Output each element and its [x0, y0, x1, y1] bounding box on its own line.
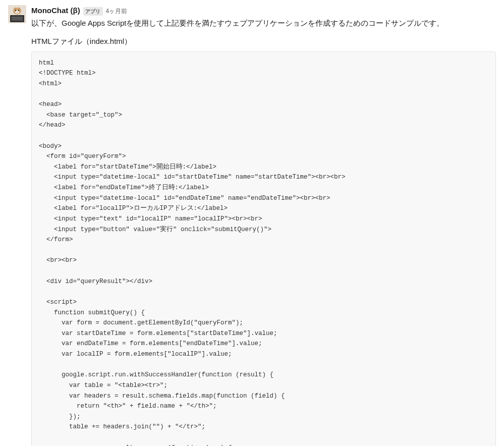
svg-point-7	[15, 10, 16, 11]
svg-point-8	[18, 10, 19, 11]
app-badge: アプリ	[83, 7, 103, 16]
message-intro-text: 以下が、Google Apps Scriptを使用して上記要件を満たすウェブアプ…	[31, 18, 496, 29]
timestamp[interactable]: 4ヶ月前	[106, 7, 128, 16]
message-container: MonoChat (β) アプリ 4ヶ月前 以下が、Google Apps Sc…	[8, 5, 496, 446]
section-title: HTMLファイル（index.html）	[31, 36, 496, 47]
svg-rect-4	[12, 19, 22, 20]
avatar-icon	[8, 5, 26, 23]
svg-rect-3	[12, 17, 22, 18]
message-header: MonoChat (β) アプリ 4ヶ月前	[31, 5, 496, 17]
username[interactable]: MonoChat (β)	[31, 5, 80, 17]
message-body: MonoChat (β) アプリ 4ヶ月前 以下が、Google Apps Sc…	[31, 5, 496, 446]
code-block[interactable]: html <!DOCTYPE html> <html> <head> <base…	[31, 51, 496, 447]
avatar[interactable]	[8, 5, 26, 23]
